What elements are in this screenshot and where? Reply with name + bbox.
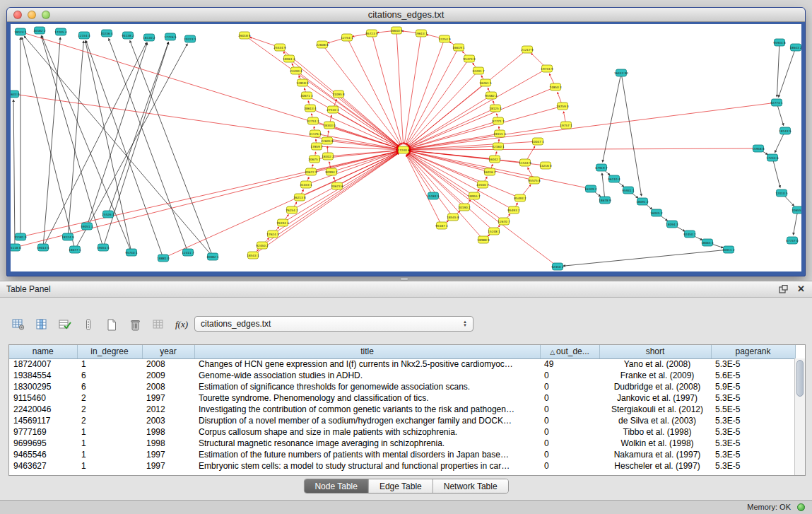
graph-node[interactable]: 59013 5 (37, 244, 49, 251)
graph-node[interactable]: 17244 6 (766, 154, 779, 161)
cell-pagerank[interactable]: 5.3E-5 (711, 392, 795, 404)
cell-title[interactable]: Embryonic stem cells: a model to study s… (194, 460, 540, 472)
graph-node[interactable]: 30082 1 (206, 253, 219, 260)
cell-in-degree[interactable]: 6 (77, 370, 142, 381)
graph-node[interactable]: 74850 3 (549, 83, 562, 90)
graph-node[interactable]: 67737 0 (786, 237, 799, 244)
cell-name[interactable]: 9115460 (9, 392, 77, 404)
cell-in-degree[interactable]: 1 (77, 438, 142, 449)
graph-edge-black[interactable] (43, 42, 146, 247)
cell-pagerank[interactable]: 5.5E-5 (711, 404, 795, 415)
graph-node[interactable]: 30236 4 (100, 30, 113, 37)
graph-node[interactable]: 26018 6 (238, 32, 251, 39)
cell-pagerank[interactable]: 5.3E-5 (711, 438, 795, 449)
graph-node[interactable]: 12010 5 (775, 189, 788, 197)
cell-name[interactable]: 22420046 (9, 404, 77, 415)
table-row[interactable]: 9115460 2 1997 Tourette syndrome. Phenom… (9, 392, 795, 404)
cell-in-degree[interactable]: 2 (77, 415, 142, 426)
graph-node[interactable]: 18130 2 (143, 34, 155, 41)
graph-edge-black[interactable] (621, 73, 642, 196)
cell-title[interactable]: Structural magnetic resonance image aver… (194, 438, 540, 449)
float-window-icon[interactable] (779, 285, 788, 293)
network-window[interactable]: citations_edges.txt 17240 626018 625534 … (6, 7, 806, 276)
cell-short[interactable]: Jankovic et al. (1997) (599, 392, 711, 404)
graph-edge-red[interactable] (408, 49, 527, 146)
import-table-icon[interactable] (150, 317, 167, 332)
graph-node[interactable]: 76254 2 (286, 206, 298, 214)
cell-year[interactable]: 1997 (142, 392, 194, 404)
graph-edge-red[interactable] (409, 103, 777, 149)
close-panel-icon[interactable]: ✕ (797, 284, 805, 294)
cell-short[interactable]: Franke et al. (2009) (599, 370, 711, 381)
graph-edge-black[interactable] (772, 158, 780, 187)
cell-year[interactable]: 1998 (142, 426, 194, 438)
graph-node[interactable]: 96110 4 (608, 175, 620, 182)
graph-node[interactable]: 32201 7 (472, 67, 485, 74)
column-header-name[interactable]: name (9, 345, 77, 358)
graph-node[interactable]: 97771 7 (492, 117, 505, 124)
window-titlebar[interactable]: citations_edges.txt (7, 8, 805, 22)
cell-in-degree[interactable]: 1 (77, 358, 142, 370)
cell-name[interactable]: 18724007 (9, 358, 77, 370)
cell-year[interactable]: 1997 (142, 449, 194, 460)
graph-edge-red[interactable] (245, 35, 399, 146)
cell-title[interactable]: Estimation of significance thresholds fo… (194, 381, 540, 392)
graph-node[interactable]: 11544 9 (519, 159, 531, 166)
graph-node[interactable]: 18094 3 (666, 221, 678, 228)
graph-edge-black[interactable] (777, 42, 779, 97)
graph-node[interactable]: 12818 0 (296, 79, 309, 86)
tab-node-table[interactable]: Node Table (304, 479, 369, 493)
graph-node[interactable]: 95931 1 (622, 187, 635, 194)
graph-node[interactable]: 18091 2 (636, 198, 649, 205)
graph-node[interactable]: 31095 8 (332, 90, 345, 98)
graph-node[interactable]: 90994 7 (325, 168, 338, 175)
tab-edge-table[interactable]: Edge Table (369, 479, 433, 493)
cell-year[interactable]: 2008 (142, 358, 194, 370)
graph-node[interactable]: 95474 0 (463, 55, 476, 62)
cell-name[interactable]: 18300295 (9, 381, 77, 392)
graph-node[interactable]: 41176 3 (309, 130, 322, 137)
graph-node[interactable]: 18643 2 (789, 44, 801, 51)
graph-edge-black[interactable] (563, 250, 729, 266)
table-vertical-scrollbar[interactable] (794, 358, 805, 475)
cell-year[interactable]: 2009 (142, 370, 194, 381)
graph-node[interactable]: 22040 7 (476, 181, 489, 188)
graph-edge-red[interactable] (407, 71, 478, 146)
graph-node[interactable]: 21217 9 (521, 46, 534, 53)
graph-node[interactable]: 16261 5 (479, 79, 492, 86)
graph-edge-black[interactable] (42, 35, 131, 252)
graph-node[interactable]: 18124 1 (14, 28, 27, 35)
graph-node[interactable]: 19757 1 (560, 122, 572, 129)
cell-pagerank[interactable]: 5.3E-5 (711, 415, 795, 426)
cell-out-degree[interactable]: 0 (540, 381, 599, 392)
column-visibility-icon[interactable] (33, 317, 50, 332)
graph-node[interactable]: 27510 4 (326, 106, 339, 113)
graph-node[interactable]: 18143 5 (779, 127, 792, 134)
graph-edge-red[interactable] (409, 148, 758, 150)
graph-edge-black[interactable] (602, 173, 605, 200)
graph-node[interactable]: 15184 5 (427, 192, 440, 199)
new-column-icon[interactable] (103, 317, 120, 332)
cell-title[interactable]: Tourette syndrome. Phenomenology and cla… (194, 392, 540, 404)
graph-node[interactable]: 32160 1 (492, 143, 505, 150)
graph-node[interactable]: 95582 2 (485, 92, 498, 99)
graph-node[interactable]: 15958 8 (752, 145, 765, 152)
cell-short[interactable]: Wolkin et al. (1998) (599, 438, 711, 449)
cell-in-degree[interactable]: 1 (77, 460, 142, 472)
graph-node[interactable]: 24200 4 (290, 67, 302, 74)
table-row[interactable]: 18300295 6 2008 Estimation of significan… (9, 381, 795, 392)
graph-edge-black[interactable] (13, 100, 15, 247)
graph-node[interactable]: 16619 1 (452, 44, 465, 51)
cell-out-degree[interactable]: 0 (540, 415, 599, 426)
graph-node[interactable]: 18955 7 (468, 192, 481, 199)
graph-node[interactable]: 22605 8 (321, 137, 334, 144)
graph-node[interactable]: 76194 4 (276, 219, 289, 226)
graph-node[interactable]: 95118 8 (11, 244, 21, 251)
graph-edge-red[interactable] (407, 59, 469, 146)
cell-year[interactable]: 2012 (142, 404, 194, 415)
graph-node[interactable]: 10047 4 (531, 138, 544, 145)
graph-node[interactable]: 15248 1 (488, 228, 500, 235)
cell-pagerank[interactable]: 5.6E-5 (711, 370, 795, 381)
graph-node[interactable]: 17624 3 (266, 230, 279, 238)
graph-node[interactable]: 92450 2 (256, 242, 269, 249)
